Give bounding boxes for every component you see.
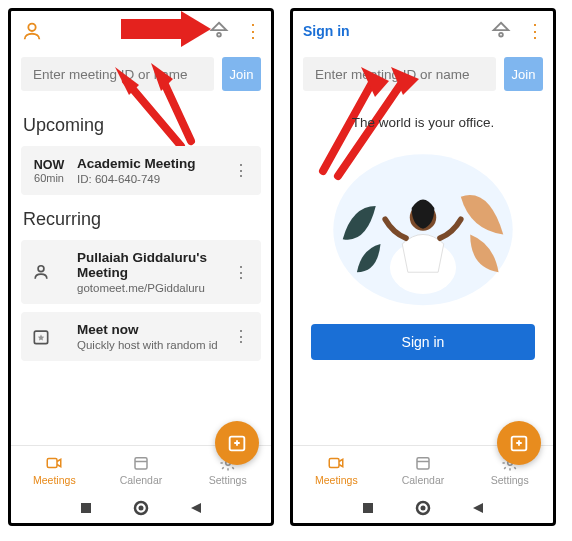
card-more-icon[interactable]: ⋮ [229, 161, 253, 180]
join-button[interactable]: Join [504, 57, 543, 91]
android-nav [293, 493, 553, 523]
svg-rect-11 [48, 458, 58, 467]
nav-calendar[interactable]: Calendar [380, 446, 467, 493]
content-area: The world is your office. [293, 101, 553, 445]
calendar-star-icon [31, 327, 51, 347]
svg-point-22 [499, 33, 503, 37]
recurring-sub: gotomeet.me/PGiddaluru [77, 282, 219, 294]
join-button[interactable]: Join [222, 57, 261, 91]
calendar-plus-icon [508, 432, 530, 454]
signin-button[interactable]: Sign in [311, 324, 535, 360]
content-area: Upcoming NOW 60min Academic Meeting ID: … [11, 101, 271, 445]
signin-link[interactable]: Sign in [303, 23, 350, 39]
nav-calendar[interactable]: Calendar [98, 446, 185, 493]
phone-left: ⋮ Join Upcoming NOW 60min Academic Meeti… [8, 8, 274, 526]
recurring-title: Meet now [77, 322, 219, 337]
svg-point-7 [217, 33, 221, 37]
card-more-icon[interactable]: ⋮ [229, 327, 253, 346]
sys-square-icon[interactable] [361, 501, 375, 515]
svg-rect-14 [81, 503, 91, 513]
meeting-id-input[interactable] [303, 57, 496, 91]
recurring-sub: Quickly host with random id [77, 339, 219, 351]
svg-rect-30 [363, 503, 373, 513]
nav-label: Meetings [315, 474, 358, 486]
upcoming-heading: Upcoming [23, 115, 259, 136]
profile-icon[interactable] [21, 20, 43, 42]
calendar-icon [414, 454, 432, 472]
meetings-icon [45, 454, 63, 472]
nav-label: Settings [491, 474, 529, 486]
search-row: Join [11, 51, 271, 101]
sys-back-icon[interactable] [471, 501, 485, 515]
svg-point-32 [421, 506, 426, 511]
nav-label: Meetings [33, 474, 76, 486]
more-icon[interactable]: ⋮ [526, 20, 543, 42]
sys-back-icon[interactable] [189, 501, 203, 515]
card-more-icon[interactable]: ⋮ [229, 263, 253, 282]
nav-meetings[interactable]: Meetings [11, 446, 98, 493]
recurring-card[interactable]: Pullaiah Giddaluru's Meeting gotomeet.me… [21, 240, 261, 304]
topbar: Sign in ⋮ [293, 11, 553, 51]
more-icon[interactable]: ⋮ [244, 20, 261, 42]
nav-label: Calendar [402, 474, 445, 486]
android-nav [11, 493, 271, 523]
recurring-heading: Recurring [23, 209, 259, 230]
cast-icon[interactable] [208, 20, 230, 42]
svg-marker-17 [191, 503, 201, 513]
hero-text: The world is your office. [303, 115, 543, 130]
svg-rect-12 [135, 457, 147, 468]
upcoming-meeting-card[interactable]: NOW 60min Academic Meeting ID: 604-640-7… [21, 146, 261, 195]
search-row: Join [293, 51, 553, 101]
calendar-icon [132, 454, 150, 472]
nav-label: Settings [209, 474, 247, 486]
recurring-title: Pullaiah Giddaluru's Meeting [77, 250, 219, 280]
topbar: ⋮ [11, 11, 271, 51]
now-label: NOW [31, 158, 67, 172]
cast-icon[interactable] [490, 20, 512, 42]
hero-illustration [328, 140, 518, 310]
meeting-id-input[interactable] [21, 57, 214, 91]
new-meeting-fab[interactable] [497, 421, 541, 465]
person-icon [31, 262, 51, 282]
recurring-card[interactable]: Meet now Quickly host with random id ⋮ [21, 312, 261, 361]
meeting-id: ID: 604-640-749 [77, 173, 219, 185]
nav-label: Calendar [120, 474, 163, 486]
svg-point-8 [38, 266, 44, 272]
phone-right: Sign in ⋮ Join The world is your office. [290, 8, 556, 526]
calendar-plus-icon [226, 432, 248, 454]
svg-rect-28 [417, 457, 429, 468]
svg-marker-33 [473, 503, 483, 513]
new-meeting-fab[interactable] [215, 421, 259, 465]
nav-meetings[interactable]: Meetings [293, 446, 380, 493]
sys-circle-icon[interactable] [133, 500, 149, 516]
meetings-icon [327, 454, 345, 472]
svg-point-6 [28, 24, 35, 31]
duration-label: 60min [31, 172, 67, 184]
meeting-title: Academic Meeting [77, 156, 219, 171]
svg-rect-27 [330, 458, 340, 467]
sys-circle-icon[interactable] [415, 500, 431, 516]
svg-point-16 [139, 506, 144, 511]
sys-square-icon[interactable] [79, 501, 93, 515]
